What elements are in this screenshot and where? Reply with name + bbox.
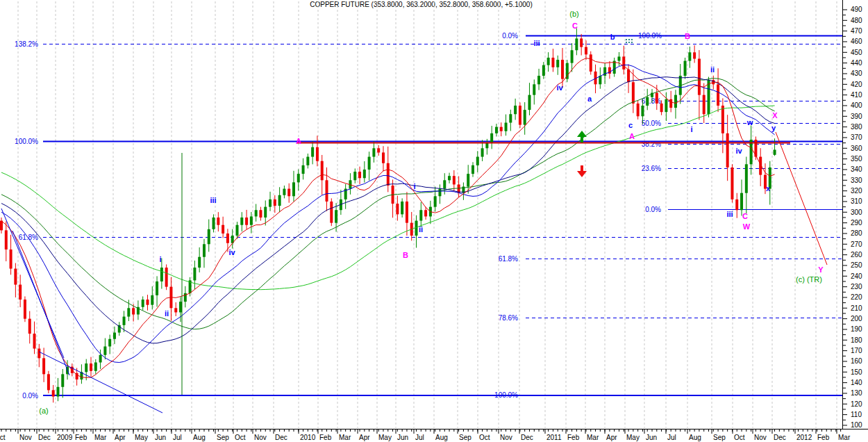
wave-label: y: [771, 124, 776, 132]
candle-body: [208, 229, 210, 244]
wave-label: iii: [726, 210, 733, 218]
candle-body: [721, 106, 724, 133]
candle-body: [519, 106, 521, 125]
price-chart-canvas[interactable]: 138.2%100.0%61.8%0.0%0.0%61.8%78.6%100.0…: [0, 0, 868, 442]
axis-price-label: 290: [851, 219, 862, 227]
wave-label: a: [587, 95, 592, 103]
candle-body: [453, 176, 456, 184]
fib-level-label: 38.2%: [642, 140, 661, 148]
axis-month-label: Mar: [339, 434, 351, 441]
candle-body: [165, 268, 168, 287]
candle-body: [745, 164, 748, 193]
axis-month-label: Oct: [235, 434, 246, 441]
fib-level-label: 61.8%: [499, 255, 518, 263]
axis-month-label: May: [135, 434, 148, 441]
fib-level-label: 50.0%: [642, 120, 661, 127]
axis-month-label: Jul: [173, 434, 182, 441]
axis-month-label: 2009: [57, 434, 73, 441]
axis-month-label: Apr: [606, 434, 617, 441]
fib-level-label: 61.8%: [19, 234, 38, 241]
dots-marker: [631, 39, 633, 40]
candle-body: [731, 167, 733, 199]
candle-body: [42, 358, 45, 374]
candle-body: [674, 95, 677, 108]
fib-level-label: 61.8%: [642, 97, 661, 105]
candle-body: [424, 210, 427, 216]
candle-body: [490, 133, 493, 143]
candle-body: [406, 202, 408, 223]
axis-price-label: 460: [851, 38, 862, 45]
candle-body: [481, 148, 484, 156]
candle-body: [726, 133, 729, 167]
axis-price-label: 430: [851, 69, 862, 77]
axis-month-label: Oct: [0, 434, 6, 441]
candle-body: [471, 165, 474, 174]
wave-label: iv: [556, 83, 563, 92]
axis-price-label: 310: [851, 197, 862, 205]
axis-month-label: 2011: [546, 434, 562, 441]
axis-month-label: Feb: [567, 434, 580, 441]
candle-body: [698, 59, 701, 95]
wave-label: Y: [818, 265, 824, 274]
candle-body: [156, 281, 158, 295]
candle-body: [311, 147, 314, 157]
axis-month-label: Feb: [817, 434, 830, 441]
candle-body: [179, 302, 182, 312]
axis-month-label: Apr: [115, 434, 126, 441]
candle-body: [274, 199, 276, 206]
wave-label: i: [159, 255, 161, 263]
candle-body: [708, 80, 710, 114]
axis-month-label: Dec: [521, 434, 533, 441]
axis-price-label: 350: [851, 155, 862, 163]
axis-month-label: Aug: [193, 434, 206, 441]
dots-marker: [628, 39, 630, 40]
axis-month-label: Oct: [479, 434, 490, 441]
axis-price-label: 180: [851, 336, 862, 344]
axis-price-label: 390: [851, 113, 862, 120]
candle-body: [47, 374, 50, 390]
wave-label: A: [296, 137, 301, 145]
wave-label: B: [403, 251, 408, 259]
candle-body: [269, 199, 272, 207]
axis-price-label: 300: [851, 208, 862, 216]
wave-label: C: [742, 212, 748, 220]
axis-price-label: 370: [851, 133, 862, 141]
candle-body: [505, 123, 508, 131]
wave-label: (c) (TR): [796, 275, 822, 284]
candle-body: [401, 202, 403, 214]
candle-body: [292, 182, 295, 196]
axis-month-label: Nov: [500, 434, 512, 441]
candle-body: [448, 176, 451, 180]
candle-body: [193, 268, 196, 280]
axis-month-label: Apr: [359, 434, 370, 441]
axis-price-label: 110: [851, 411, 862, 418]
candle-body: [56, 387, 59, 397]
axis-month-label: Aug: [689, 434, 701, 441]
axis-price-label: 130: [851, 389, 862, 397]
fib-level-label: 23.6%: [642, 165, 661, 172]
wave-label: ii: [165, 309, 169, 318]
axis-price-label: 150: [851, 368, 862, 376]
axis-price-label: 160: [851, 357, 862, 365]
candle-body: [656, 93, 658, 104]
up-arrow-icon: [581, 137, 583, 142]
axis-month-label: Mar: [94, 434, 107, 441]
axis-price-label: 220: [851, 293, 862, 301]
candle-body: [226, 234, 229, 243]
candle-body: [485, 143, 488, 149]
candle-body: [547, 58, 550, 65]
candle-body: [665, 99, 667, 112]
axis-price-label: 450: [851, 49, 862, 56]
axis-month-label: May: [626, 434, 640, 441]
axis-month-label: Feb: [75, 434, 87, 441]
candle-body: [90, 363, 92, 371]
candle-body: [99, 355, 102, 363]
candle-body: [14, 269, 17, 285]
candle-body: [669, 99, 672, 108]
candle-body: [382, 152, 385, 163]
wave-label: b: [610, 33, 615, 41]
candle-body: [132, 308, 135, 314]
candle-body: [387, 163, 390, 186]
dots-marker: [626, 39, 627, 40]
wave-label: iii: [533, 39, 540, 47]
